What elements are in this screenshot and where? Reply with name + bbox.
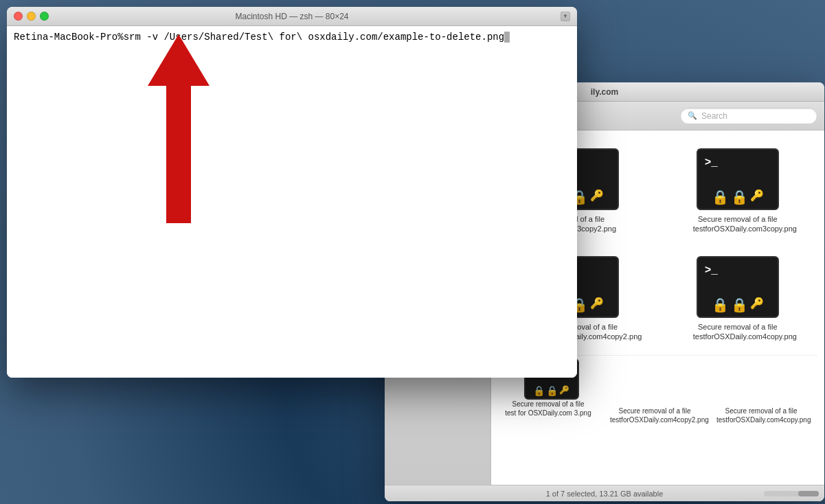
lock-icon-4b: 🔒 <box>731 297 748 313</box>
finder-item-2[interactable]: >_ 🔒 🔒 🔑 Secure removal of a file testfo… <box>664 143 813 240</box>
bottom-item-label-3: Secure removal of a filetestforOSXDaily.… <box>716 358 806 424</box>
thumb-locks-4: 🔒 🔒 🔑 <box>698 297 778 313</box>
lock-icon-2b: 🔒 <box>731 189 748 205</box>
key-icon-3: 🔑 <box>590 297 604 313</box>
terminal-hostname: Retina-MacBook-Pro% <box>14 32 124 43</box>
finder-thumb-2: >_ 🔒 🔒 🔑 <box>697 148 779 210</box>
terminal-window: Macintosh HD — zsh — 80×24 ▼ Retina-MacB… <box>7 7 577 378</box>
statusbar-scrollbar[interactable] <box>764 491 819 496</box>
terminal-body: Retina-MacBook-Pro% srm -v /Users/Shared… <box>7 26 577 378</box>
lock-icon-4a: 🔒 <box>712 297 729 313</box>
status-text: 1 of 7 selected, 13.21 GB available <box>546 490 664 498</box>
thumb-locks-2: 🔒 🔒 🔑 <box>698 189 778 205</box>
red-arrow <box>148 34 210 223</box>
key-icon-4: 🔑 <box>750 297 764 313</box>
lock-icon-2a: 🔒 <box>712 189 729 205</box>
terminal-prompt: Retina-MacBook-Pro% srm -v /Users/Shared… <box>14 32 570 43</box>
bottom-item-label-2: Secure removal of a filetestforOSXDaily.… <box>610 358 699 424</box>
search-icon: 🔍 <box>688 111 697 120</box>
bottom-item-2[interactable]: Secure removal of a filetestforOSXDaily.… <box>610 358 705 424</box>
scroll-indicator: ▼ <box>561 12 570 21</box>
finder-title: ily.com <box>591 87 618 97</box>
scroll-thumb <box>798 491 819 496</box>
finder-item-label-4: Secure removal of a file testforOSXDaily… <box>693 322 782 342</box>
traffic-lights <box>14 12 49 21</box>
zoom-button[interactable] <box>40 12 49 21</box>
bottom-item-label-1: Secure removal of a filetest for OSXDail… <box>504 400 593 417</box>
arrow-shaft <box>166 86 191 223</box>
finder-search-bar[interactable]: 🔍 Search <box>680 108 817 124</box>
search-placeholder: Search <box>701 111 727 121</box>
close-button[interactable] <box>14 12 23 21</box>
finder-item-label-2: Secure removal of a file testforOSXDaily… <box>693 214 782 234</box>
key-icon-1: 🔑 <box>590 189 604 205</box>
scroll-track <box>764 491 819 496</box>
finder-item-4[interactable]: >_ 🔒 🔒 🔑 Secure removal of a file testfo… <box>664 251 813 347</box>
terminal-title: Macintosh HD — zsh — 80×24 <box>235 12 348 21</box>
arrow-head <box>148 34 210 86</box>
thumb-terminal-text-4: >_ <box>705 264 718 277</box>
finder-statusbar: 1 of 7 selected, 13.21 GB available <box>385 485 824 501</box>
key-icon-2: 🔑 <box>750 189 764 205</box>
bottom-item-3[interactable]: Secure removal of a filetestforOSXDaily.… <box>716 358 812 424</box>
thumb-terminal-text-2: >_ <box>705 157 718 169</box>
terminal-cursor <box>504 32 510 43</box>
finder-thumb-4: >_ 🔒 🔒 🔑 <box>697 256 779 318</box>
terminal-titlebar: Macintosh HD — zsh — 80×24 ▼ <box>7 7 577 26</box>
minimize-button[interactable] <box>27 12 36 21</box>
